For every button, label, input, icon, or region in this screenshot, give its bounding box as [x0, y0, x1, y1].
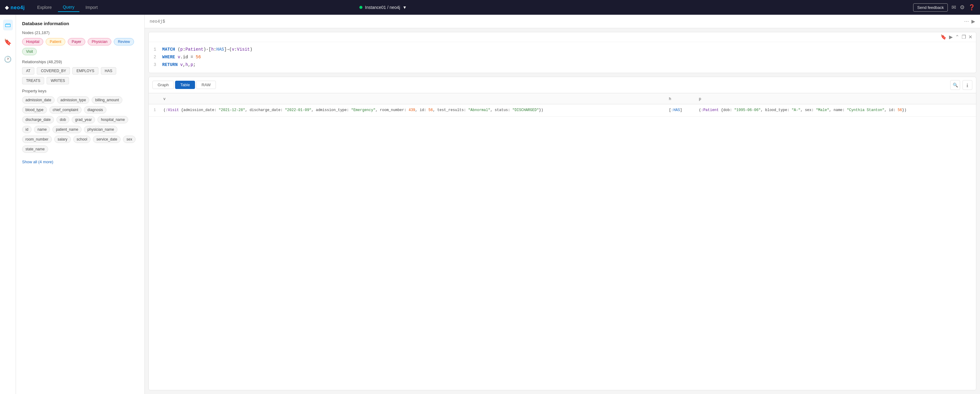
main-area: ⋯ ▶ 🔖 ▶ ⌃ ❐ ✕ 1 MATCH (p:Patient)-[h:HAS… — [145, 15, 980, 394]
cell-row-num-1: 1 — [149, 104, 159, 116]
rel-has[interactable]: HAS — [101, 67, 116, 75]
notifications-icon[interactable]: ✉ — [951, 4, 956, 11]
rel-at[interactable]: AT — [22, 67, 34, 75]
property-keys-section-title: Property keys — [22, 89, 138, 93]
bookmark-icon[interactable]: 🔖 — [2, 37, 13, 48]
topnav: ◆ neo4j Explore Query Import Instance01 … — [0, 0, 980, 15]
query-input[interactable] — [150, 19, 962, 24]
editor-line-3: 3 RETURN v,h,p; — [154, 61, 971, 69]
expand-icon[interactable]: ❐ — [962, 34, 966, 40]
settings-icon[interactable]: ⚙ — [960, 4, 965, 11]
prop-name: name — [34, 126, 50, 133]
prop-hospital-name: hospital_name — [97, 116, 128, 123]
table-row: 1 (:Visit {admission_date: "2021-12-28",… — [149, 104, 976, 116]
line-num-1: 1 — [154, 46, 159, 53]
history-icon[interactable]: 🕐 — [2, 54, 13, 65]
tab-raw[interactable]: RAW — [196, 81, 216, 89]
db-panel-title: Database information — [22, 21, 138, 26]
line-num-3: 3 — [154, 61, 159, 69]
app-logo: ◆ neo4j — [5, 5, 25, 10]
prop-room-number: room_number — [22, 136, 52, 143]
badge-review[interactable]: Review — [114, 38, 134, 45]
collapse-icon[interactable]: ⌃ — [955, 34, 959, 40]
prop-dob: dob — [56, 116, 69, 123]
db-info-panel: Database information Nodes (21,187) Hosp… — [16, 15, 145, 394]
prop-admission-date: admission_date — [22, 96, 54, 104]
badge-payer[interactable]: Payer — [68, 38, 85, 45]
prop-physician-name: physician_name — [84, 126, 118, 133]
prop-sex: sex — [123, 136, 135, 143]
prop-billing-amount: billing_amount — [92, 96, 122, 104]
rel-types-row: AT COVERED_BY EMPLOYS HAS TREATS WRITES — [22, 67, 138, 85]
results-data-table: v h p 1 (:Visit {admission_date: "2021-1… — [149, 93, 976, 116]
line-3-content: RETURN v,h,p; — [162, 61, 196, 69]
nav-explore[interactable]: Explore — [32, 3, 56, 12]
show-all-link[interactable]: Show all (4 more) — [22, 160, 53, 164]
line-1-content: MATCH (p:Patient)-[h:HAS]→(v:Visit) — [162, 46, 252, 53]
results-actions: 🔍 ⭳ — [950, 80, 972, 90]
results-tabs: Graph Table RAW 🔍 ⭳ — [149, 77, 976, 93]
prop-admission-type: admission_type — [57, 96, 89, 104]
prop-discharge-date: discharge_date — [22, 116, 54, 123]
prop-diagnosis: diagnosis — [84, 106, 107, 113]
prop-blood-type: blood_type — [22, 106, 47, 113]
prop-school: school — [73, 136, 91, 143]
col-row-num — [149, 93, 159, 104]
line-2-content: WHERE v.id = 56 — [162, 53, 201, 61]
col-h-header: h — [664, 93, 694, 104]
badge-visit[interactable]: Visit — [22, 48, 37, 55]
help-icon[interactable]: ❓ — [968, 4, 975, 11]
table-header-row: v h p — [149, 93, 976, 104]
chevron-down-icon[interactable]: ▼ — [402, 5, 407, 10]
send-feedback-button[interactable]: Send feedback — [913, 3, 948, 12]
relationships-section-title: Relationships (48,259) — [22, 59, 138, 64]
badge-hospital[interactable]: Hospital — [22, 38, 43, 45]
prop-chief-complaint: chief_complaint — [49, 106, 81, 113]
run-query-icon[interactable]: ▶ — [971, 18, 975, 24]
prop-state-name: state_name — [22, 145, 48, 153]
tab-graph[interactable]: Graph — [153, 81, 174, 89]
editor-panel: 🔖 ▶ ⌃ ❐ ✕ 1 MATCH (p:Patient)-[h:HAS]→(v… — [148, 32, 976, 73]
nav-import[interactable]: Import — [81, 3, 103, 12]
query-input-icons: ⋯ ▶ — [964, 18, 975, 24]
badge-patient[interactable]: Patient — [46, 38, 65, 45]
instance-info: Instance01 / neo4j ▼ — [360, 5, 407, 10]
prop-grad-year: grad_year — [72, 116, 95, 123]
more-options-icon[interactable]: ⋯ — [964, 18, 969, 24]
editor-line-2: 2 WHERE v.id = 56 — [154, 53, 971, 61]
rel-employs[interactable]: EMPLOYS — [72, 67, 98, 75]
results-table: v h p 1 (:Visit {admission_date: "2021-1… — [149, 93, 976, 390]
results-panel: Graph Table RAW 🔍 ⭳ v h p — [148, 77, 976, 390]
search-results-icon[interactable]: 🔍 — [950, 80, 960, 90]
nodes-section-title: Nodes (21,187) — [22, 30, 138, 35]
rel-writes[interactable]: WRITES — [47, 77, 69, 85]
cell-v-1: (:Visit {admission_date: "2021-12-28", d… — [159, 104, 664, 116]
prop-patient-name: patient_name — [52, 126, 81, 133]
download-results-icon[interactable]: ⭳ — [963, 80, 972, 90]
editor-content: 1 MATCH (p:Patient)-[h:HAS]→(v:Visit) 2 … — [149, 42, 976, 73]
rel-treats[interactable]: TREATS — [22, 77, 44, 85]
badge-physician[interactable]: Physician — [88, 38, 111, 45]
save-icon[interactable]: 🔖 — [940, 34, 947, 40]
col-v-header: v — [159, 93, 664, 104]
property-keys-row: admission_date admission_type billing_am… — [22, 96, 138, 153]
query-input-bar: ⋯ ▶ — [145, 15, 980, 28]
sidebar-icons: 🗃 🔖 🕐 — [0, 15, 16, 394]
nav-query[interactable]: Query — [58, 3, 80, 12]
tab-table[interactable]: Table — [175, 81, 195, 89]
cell-h-1: [:HAS] — [664, 104, 694, 116]
instance-label: Instance01 / neo4j — [365, 5, 400, 10]
prop-salary: salary — [54, 136, 71, 143]
instance-status-dot — [360, 6, 363, 9]
topnav-right: Send feedback ✉ ⚙ ❓ — [913, 3, 975, 12]
editor-toolbar: 🔖 ▶ ⌃ ❐ ✕ — [149, 32, 976, 42]
prop-id: id — [22, 126, 32, 133]
node-labels-row: Hospital Patient Payer Physician Review … — [22, 38, 138, 55]
editor-line-1: 1 MATCH (p:Patient)-[h:HAS]→(v:Visit) — [154, 46, 971, 53]
nav-links: Explore Query Import — [32, 3, 102, 12]
rel-covered-by[interactable]: COVERED_BY — [37, 67, 70, 75]
play-icon[interactable]: ▶ — [949, 34, 953, 40]
database-icon[interactable]: 🗃 — [3, 20, 13, 30]
cell-p-1: (:Patient {dob: "1995-06-06", blood_type… — [694, 104, 976, 116]
close-icon[interactable]: ✕ — [968, 34, 972, 40]
